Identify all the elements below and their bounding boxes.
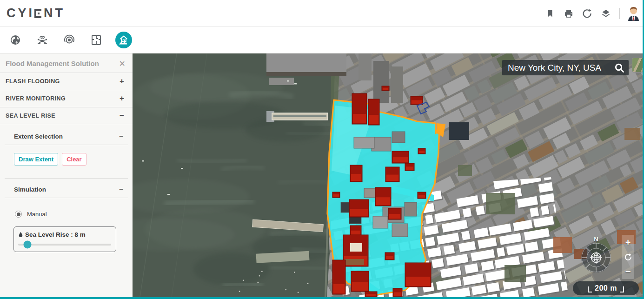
map-search-box[interactable]: New York City, NY, USA <box>502 60 629 75</box>
print-button[interactable] <box>563 7 575 20</box>
flood-house-icon <box>118 34 130 46</box>
search-icon <box>614 62 625 73</box>
search-button[interactable] <box>610 62 629 73</box>
scale-bar: 200 m <box>573 281 639 295</box>
extent-selection-header[interactable]: Extent Selection − <box>14 132 123 140</box>
drone-icon <box>36 33 49 47</box>
logo-stylized-e <box>34 9 41 18</box>
toolbar-item-radar[interactable] <box>61 32 77 48</box>
compass-icon <box>578 240 614 276</box>
bookmark-button[interactable] <box>544 7 556 20</box>
scale-label: 200 m <box>595 284 617 292</box>
user-avatar[interactable] <box>627 6 640 21</box>
toolbar-item-floorplan[interactable] <box>88 32 104 48</box>
module-toolbar <box>0 27 643 53</box>
basemap-toggle[interactable] <box>632 58 643 73</box>
scale-bracket <box>620 286 624 292</box>
collapse-icon[interactable]: − <box>120 111 124 120</box>
logo-suffix: NT <box>44 6 65 20</box>
printer-icon <box>564 8 574 19</box>
header-divider <box>619 8 620 19</box>
manual-radio[interactable]: Manual <box>15 211 133 218</box>
logo-prefix: CYI <box>7 6 34 20</box>
app-window: CYI NT <box>0 0 644 299</box>
collapse-icon[interactable]: − <box>119 132 123 140</box>
divider <box>5 145 128 145</box>
slider-handle[interactable] <box>24 241 32 249</box>
cyient-logo: CYI NT <box>7 6 65 20</box>
layers-button[interactable] <box>600 7 612 20</box>
panel-title: Flood Management Solution <box>6 60 99 67</box>
globe-icon <box>9 34 21 46</box>
water-drop-icon <box>18 232 23 238</box>
toolbar-item-globe[interactable] <box>7 32 23 48</box>
divider <box>5 178 128 179</box>
section-sea-level-rise[interactable]: SEA LEVEL RISE − <box>0 107 133 124</box>
clear-button[interactable]: Clear <box>62 153 86 166</box>
simulation-header[interactable]: Simulation − <box>14 185 123 193</box>
expand-icon[interactable]: + <box>120 77 124 86</box>
sea-level-slider-box: Sea Level Rise : 8 m <box>13 226 116 252</box>
slider-label: Sea Level Rise : 8 m <box>25 231 86 238</box>
toolbar-item-flood-management-active[interactable] <box>115 32 132 48</box>
compass-control[interactable]: N <box>578 236 614 276</box>
search-input[interactable]: New York City, NY, USA <box>502 63 610 73</box>
map-viewport[interactable]: New York City, NY, USA N <box>133 53 643 297</box>
reset-icon <box>624 253 632 261</box>
map-scene[interactable] <box>133 53 643 297</box>
radio-button[interactable] <box>15 211 22 218</box>
draw-extent-button[interactable]: Draw Extent <box>14 153 58 166</box>
reset-view-button[interactable] <box>624 251 632 263</box>
scale-bracket <box>588 286 592 292</box>
expand-icon[interactable]: + <box>120 94 124 103</box>
layers-icon <box>601 8 611 19</box>
flood-panel: Flood Management Solution × FLASH FLOODI… <box>0 53 133 297</box>
toolbar-item-drone[interactable] <box>34 32 50 48</box>
bookmark-icon <box>545 9 555 18</box>
refresh-button[interactable] <box>581 7 593 20</box>
radar-icon <box>63 33 76 47</box>
sea-level-slider[interactable] <box>18 244 111 246</box>
refresh-icon <box>582 8 592 19</box>
collapse-icon[interactable]: − <box>119 185 123 193</box>
section-river-monitoring[interactable]: RIVER MONITORING + <box>0 90 133 107</box>
divider <box>5 198 128 198</box>
zoom-controls: + − <box>622 235 634 279</box>
zoom-out-button[interactable]: − <box>625 266 631 278</box>
floorplan-icon <box>90 33 103 47</box>
app-header: CYI NT <box>0 0 643 27</box>
close-icon[interactable]: × <box>119 60 125 67</box>
section-flash-flooding[interactable]: FLASH FLOODING + <box>0 73 133 90</box>
zoom-in-button[interactable]: + <box>625 236 631 248</box>
